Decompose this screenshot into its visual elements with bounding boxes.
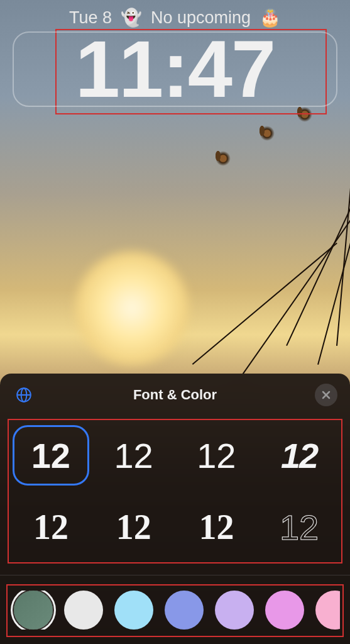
clock-time: 11:47	[75, 29, 275, 109]
font-option-serif-semibold[interactable]: 12	[13, 497, 89, 557]
color-swatch-magenta[interactable]	[265, 591, 304, 630]
font-option-stencil-bold[interactable]: 12	[261, 425, 337, 486]
color-row	[10, 591, 340, 630]
font-option-sans-light[interactable]: 12	[96, 425, 172, 486]
color-swatch-dynamic[interactable]	[14, 591, 53, 630]
color-swatch-periwinkle[interactable]	[165, 591, 204, 630]
color-swatch-pink[interactable]	[315, 591, 340, 630]
color-swatch-white[interactable]	[64, 591, 103, 630]
clock-widget[interactable]: 11:47	[13, 31, 337, 107]
sheet-title: Font & Color	[133, 387, 217, 403]
font-option-serif-black[interactable]: 12	[178, 497, 255, 557]
font-grid: 12 12 12 12 12 12 12 12	[13, 425, 337, 557]
annotation-box-fonts: 12 12 12 12 12 12 12 12	[8, 419, 342, 564]
close-icon	[322, 391, 331, 399]
annotation-box-colors	[6, 584, 344, 637]
sheet-header: Font & Color	[10, 384, 340, 406]
globe-icon	[16, 387, 32, 403]
close-button[interactable]	[315, 384, 337, 406]
color-swatch-light-blue[interactable]	[114, 591, 153, 630]
font-option-serif-bold[interactable]: 12	[96, 497, 172, 557]
divider	[0, 575, 350, 575]
font-option-sans-bold[interactable]: 12	[13, 425, 89, 486]
font-option-sans-regular[interactable]: 12	[178, 425, 255, 486]
font-color-sheet: Font & Color 12 12 12 12 12 12 12 12	[0, 374, 350, 644]
font-option-outline-thin[interactable]: 12	[261, 497, 337, 557]
language-button[interactable]	[13, 384, 35, 406]
color-swatch-lavender[interactable]	[215, 591, 254, 630]
